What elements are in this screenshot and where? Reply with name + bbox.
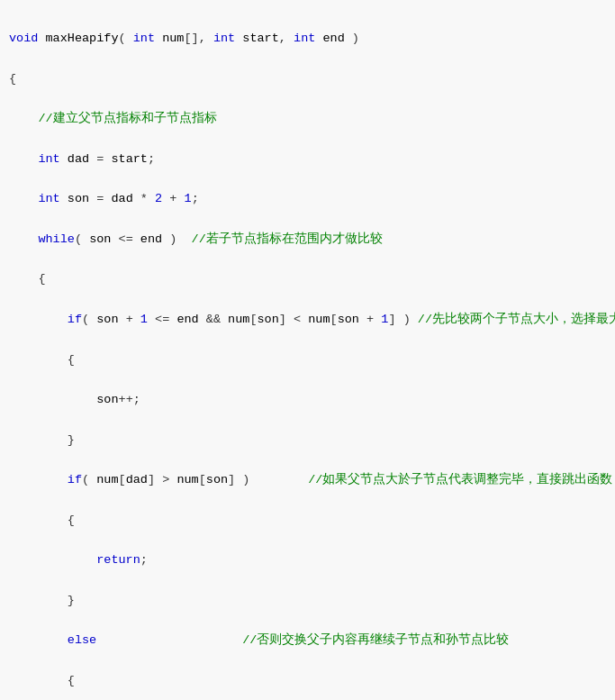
code-line: { bbox=[9, 671, 606, 691]
code-line: } bbox=[9, 431, 606, 450]
code-line: //建立父节点指标和子节点指标 bbox=[9, 109, 606, 129]
code-block: void maxHeapify( int num[], int start, i… bbox=[0, 9, 615, 700]
code-line: else //否则交换父子内容再继续子节点和孙节点比较 bbox=[9, 631, 606, 650]
code-line: } bbox=[9, 591, 606, 611]
code-line: if( num[dad] > num[son] ) //如果父节点大於子节点代表… bbox=[9, 470, 606, 490]
code-line: if( son + 1 <= end && num[son] < num[son… bbox=[9, 310, 606, 330]
code-line: { bbox=[9, 350, 606, 370]
code-line: return; bbox=[9, 550, 606, 570]
code-line: int son = dad * 2 + 1; bbox=[9, 189, 606, 209]
code-line: void maxHeapify( int num[], int start, i… bbox=[9, 29, 606, 49]
code-line: son++; bbox=[9, 390, 606, 410]
code-line: { bbox=[9, 269, 606, 289]
code-line: int dad = start; bbox=[9, 150, 606, 169]
code-line: { bbox=[9, 511, 606, 531]
code-line: while( son <= end ) //若子节点指标在范围内才做比较 bbox=[9, 230, 606, 250]
code-line: { bbox=[9, 69, 606, 89]
code-container: void maxHeapify( int num[], int start, i… bbox=[0, 0, 615, 700]
